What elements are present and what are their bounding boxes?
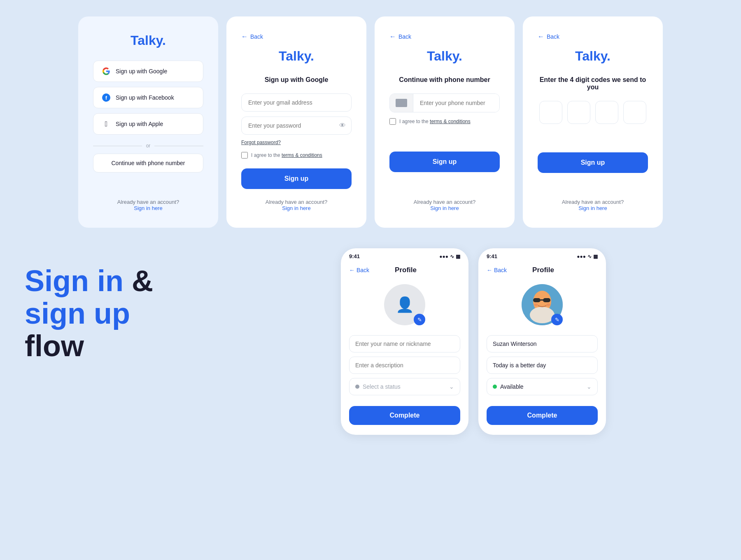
status-icons: ●●● ∿ ▩ [577,254,598,259]
terms-checkbox[interactable] [389,118,396,125]
logo: Talky. [427,49,462,64]
status-select[interactable]: Select a status ⌄ [349,378,460,395]
signin-link[interactable]: Sign in here [282,205,310,211]
status-bar: 9:41 ●●● ∿ ▩ [478,248,606,262]
back-arrow-icon: ← [538,33,544,40]
email-input[interactable] [241,93,352,112]
google-icon [102,67,111,76]
apple-icon:  [102,119,111,128]
signin-link[interactable]: Sign in here [578,205,607,211]
status-dot-icon [493,385,497,389]
otp-screen: ← Back Talky. Enter the 4 digit codes we… [523,16,663,228]
mobile-screens: 9:41 ●●● ∿ ▩ ← Back Profile [231,248,716,435]
otp-digit-4[interactable] [623,101,646,124]
profile-title: Profile [532,266,554,274]
signin-link[interactable]: Sign in here [134,205,162,211]
google-signup-label: Sign up with Google [116,68,167,75]
name-input[interactable] [349,335,460,352]
logo: Talky. [575,49,611,64]
mobile-content: ✎ Available ⌄ Complete [478,284,606,435]
phone-signup-screen: ← Back Talky. Continue with phone number… [375,16,515,228]
apple-signup-btn[interactable]:  Sign up with Apple [93,113,203,135]
screen-title: Sign up with Google [265,76,329,84]
already-account: Already have an account? Sign in here [414,189,475,211]
svg-rect-3 [533,298,541,302]
screen-title: Continue with phone number [399,76,490,84]
profile-filled-screen: 9:41 ●●● ∿ ▩ ← Back Profile [478,248,606,435]
flag-icon [396,99,407,107]
terms-checkbox-row: I agree to the terms & conditions [389,118,500,125]
avatar-area: ✎ [487,284,598,325]
otp-digit-3[interactable] [595,101,618,124]
avatar-edit-btn[interactable]: ✎ [414,314,425,325]
terms-link[interactable]: terms & conditions [282,152,322,158]
back-arrow-icon: ← [389,33,396,40]
chevron-down-icon: ⌄ [449,383,454,390]
status-icons: ●●● ∿ ▩ [439,254,460,259]
back-btn[interactable]: ← Back [241,33,263,40]
phone-input[interactable] [413,94,499,112]
svg-point-7 [546,303,550,306]
otp-digit-1[interactable] [539,101,562,124]
hero-title: Sign in & sign up flow [25,265,218,363]
google-signup-screen: ← Back Talky. Sign up with Google 👁 Forg… [226,16,366,228]
logo: Talky. [279,49,314,64]
mobile-header: ← Back Profile [341,262,468,280]
already-account: Already have an account? Sign in here [266,189,327,211]
svg-rect-4 [543,298,550,302]
phone-continue-btn[interactable]: Continue with phone number [93,154,203,173]
terms-checkbox[interactable] [241,152,248,159]
terms-checkbox-row: I agree to the terms & conditions [241,152,352,159]
facebook-signup-btn[interactable]: f Sign up with Facebook [93,87,203,108]
mobile-content: 👤 ✎ Select a status ⌄ Complete [341,284,468,435]
name-input[interactable] [487,335,598,352]
logo: Talky. [130,33,166,48]
signup-btn[interactable]: Sign up [241,168,352,189]
password-input[interactable] [241,117,352,135]
hero-text: Sign in & sign up flow [25,248,231,379]
already-account: Already have an account? Sign in here [562,189,624,211]
avatar-circle: 👤 ✎ [384,284,425,325]
mobile-back-btn[interactable]: ← Back [349,267,369,273]
flag-area[interactable] [390,94,413,112]
phone-continue-label: Continue with phone number [111,160,185,166]
complete-btn[interactable]: Complete [487,406,598,425]
avatar-area: 👤 ✎ [349,284,460,325]
terms-label: I agree to the terms & conditions [399,119,471,124]
otp-digit-2[interactable] [567,101,590,124]
google-signup-btn[interactable]: Sign up with Google [93,61,203,82]
signin-link[interactable]: Sign in here [430,205,459,211]
screen-title: Enter the 4 digit codes we send to you [538,76,648,91]
avatar-placeholder-icon: 👤 [396,296,414,313]
status-select[interactable]: Available ⌄ [487,378,598,395]
facebook-icon: f [102,93,111,102]
signup-options-screen: Talky. Sign up with Google f Sign up [78,16,218,228]
terms-label: I agree to the terms & conditions [251,152,322,158]
svg-rect-5 [541,299,544,301]
otp-input-group [539,101,646,124]
signup-btn[interactable]: Sign up [389,152,500,172]
password-wrapper: 👁 [241,117,352,135]
status-bar: 9:41 ●●● ∿ ▩ [341,248,468,262]
back-btn[interactable]: ← Back [538,33,559,40]
already-account: Already have an account? Sign in here [117,189,179,211]
description-input[interactable] [349,357,460,374]
terms-link[interactable]: terms & conditions [430,119,471,124]
status-dot-icon [355,385,359,389]
svg-point-2 [530,307,555,323]
avatar-edit-btn[interactable]: ✎ [551,314,563,325]
complete-btn[interactable]: Complete [349,406,460,425]
svg-point-6 [534,303,538,306]
chevron-down-icon: ⌄ [587,383,592,390]
description-input[interactable] [487,357,598,374]
forgot-password-link[interactable]: Forgot password? [241,140,281,145]
mobile-back-btn[interactable]: ← Back [487,267,507,273]
profile-empty-screen: 9:41 ●●● ∿ ▩ ← Back Profile [341,248,468,435]
back-btn[interactable]: ← Back [389,33,411,40]
show-password-icon[interactable]: 👁 [339,122,346,129]
back-arrow-icon: ← [241,33,248,40]
facebook-signup-label: Sign up with Facebook [116,94,174,101]
profile-title: Profile [395,266,417,274]
apple-signup-label: Sign up with Apple [116,121,163,127]
signup-btn[interactable]: Sign up [538,152,648,173]
